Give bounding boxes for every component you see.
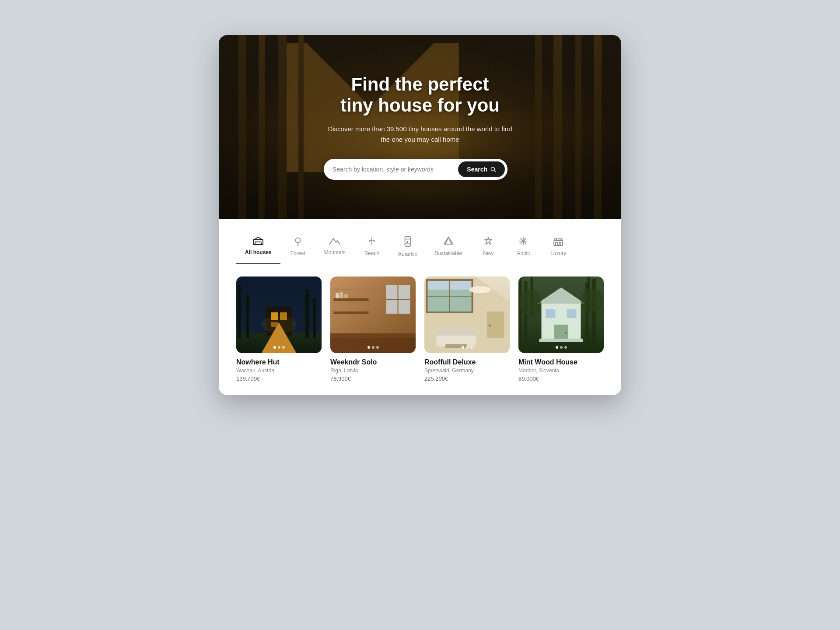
hero-content: Find the perfecttiny house for you Disco… [324,74,516,180]
tab-label-beach: Beach [364,250,379,256]
dot [376,346,379,349]
card-dots-mint [556,346,567,349]
app-container: Find the perfecttiny house for you Disco… [219,35,621,395]
property-name: Mint Wood House [518,358,604,366]
property-price: 78.900€ [330,375,416,382]
property-price: 89.000€ [518,375,604,382]
svg-point-34 [262,316,297,333]
svg-rect-29 [313,298,316,338]
new-icon [483,236,493,248]
property-image-weekndr-solo [330,276,416,353]
beach-icon [367,236,377,248]
autarkic-icon [404,236,412,248]
property-card-rooffull-deluxe[interactable]: Rooffull Deluxe Spreewald, Germany 225.2… [424,276,510,382]
arctic-icon [518,236,528,248]
tab-forest[interactable]: Forest [280,232,315,264]
svg-rect-46 [330,333,416,338]
card-dots-rooffull [462,346,473,349]
dot [556,346,558,349]
property-name: Rooffull Deluxe [424,358,510,366]
svg-rect-57 [428,290,472,312]
svg-point-76 [565,332,567,334]
svg-rect-43 [336,293,340,298]
property-price: 225.200€ [424,375,510,382]
property-location: Spreewald, Germany [424,368,510,374]
svg-rect-25 [236,333,322,353]
hero-section: Find the perfecttiny house for you Disco… [219,35,621,219]
property-name: Nowhere Hut [236,358,322,366]
card-dots-weekndr [368,346,379,349]
dot [282,346,285,349]
svg-point-63 [469,286,491,293]
svg-point-78 [520,290,542,316]
svg-point-59 [489,324,491,327]
tab-luxury[interactable]: Luxury [541,232,576,264]
svg-rect-73 [546,309,556,318]
forest-icon [293,236,303,248]
tab-label-mountain: Mountain [324,249,346,256]
property-card-nowhere-hut[interactable]: Nowhere Hut Wachau, Austria 139.700€ [236,276,322,382]
svg-rect-26 [238,285,241,338]
property-grid: Nowhere Hut Wachau, Austria 139.700€ [236,276,604,382]
tab-all-houses[interactable]: All houses [236,232,280,264]
svg-point-7 [295,238,300,243]
property-card-mint-wood-house[interactable]: Mint Wood House Maribor, Slovenia 89.000… [518,276,604,382]
dot [470,346,473,349]
svg-rect-42 [334,312,369,314]
tab-label-luxury: Luxury [550,250,566,256]
tab-sustainable[interactable]: Sustainable [426,232,471,264]
svg-rect-61 [437,329,476,336]
svg-rect-41 [334,298,369,301]
hero-subtitle: Discover more than 39.500 tiny houses ar… [324,124,516,145]
property-card-weekndr-solo[interactable]: Weekndr Solo Riga, Latvia 78.900€ [330,276,416,382]
dot [560,346,563,349]
svg-rect-74 [567,309,577,318]
svg-rect-22 [559,242,561,245]
svg-rect-65 [518,276,522,353]
svg-rect-47 [330,338,416,353]
card-dots-nowhere [273,346,285,349]
search-button[interactable]: Search [458,161,505,177]
dot [564,346,567,349]
content-section: All houses Forest Moun [219,219,621,395]
svg-rect-21 [556,242,557,245]
search-icon [490,166,496,172]
search-button-label: Search [467,166,487,173]
all-houses-icon [253,236,263,247]
svg-point-79 [581,288,603,313]
property-location: Riga, Latvia [330,368,416,374]
svg-line-1 [494,171,496,172]
hero-title: Find the perfecttiny house for you [324,74,516,116]
tab-label-autarkic: Autarkic [398,251,417,257]
dot [466,346,469,349]
dot [372,346,374,349]
svg-rect-27 [246,294,249,338]
svg-rect-19 [554,241,563,245]
property-location: Maribor, Slovenia [518,368,604,374]
search-bar: Search [324,159,508,180]
dot [278,346,280,349]
svg-rect-77 [539,339,583,342]
tab-label-forest: Forest [290,250,305,256]
property-image-mint-wood-house [518,276,604,353]
tab-new[interactable]: New [471,232,506,264]
tab-label-all: All houses [245,249,272,256]
mountain-icon [329,236,340,247]
svg-rect-28 [305,290,309,338]
svg-rect-44 [340,292,343,298]
tab-mountain[interactable]: Mountain [315,232,354,264]
tab-label-arctic: Arctic [517,250,530,256]
svg-point-0 [491,168,494,171]
search-input[interactable] [332,166,458,173]
tab-arctic[interactable]: Arctic [506,232,541,264]
tab-label-sustainable: Sustainable [434,250,462,256]
luxury-icon [553,236,564,248]
tab-autarkic[interactable]: Autarkic [389,232,426,264]
tab-beach[interactable]: Beach [354,232,389,264]
property-name: Weekndr Solo [330,358,416,366]
property-image-rooffull-deluxe [424,276,510,353]
dot [368,346,370,349]
property-price: 139.700€ [236,375,322,382]
dot [462,346,464,349]
sustainable-icon [443,236,454,248]
